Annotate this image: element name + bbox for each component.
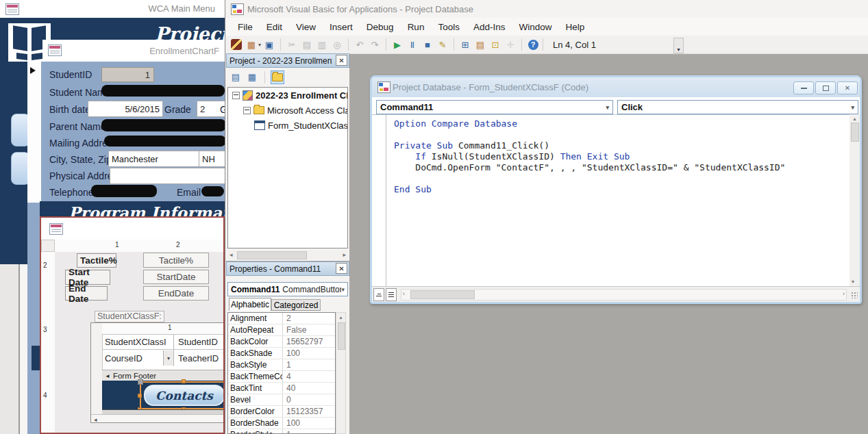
redo-icon[interactable]: ↷ [368, 38, 382, 51]
scrollbar-thumb[interactable] [338, 322, 345, 350]
property-row-alignment[interactable]: Alignment2 [228, 313, 335, 324]
courseid-dropdown-icon[interactable]: ▾ [163, 350, 173, 366]
redacted-parent-name[interactable] [101, 119, 225, 131]
redacted-mailing-address[interactable] [104, 136, 225, 146]
property-row-bordershade[interactable]: BorderShade100 [228, 418, 335, 429]
toolbox-icon[interactable]: ✛ [504, 38, 517, 51]
redacted-telephone[interactable] [91, 185, 157, 197]
property-row-autorepeat[interactable]: AutoRepeatFalse [228, 324, 335, 336]
menu-file[interactable]: File [231, 22, 260, 32]
scrollbar-thumb[interactable] [851, 123, 859, 142]
menu-edit[interactable]: Edit [260, 22, 289, 32]
start-date-textbox[interactable]: StartDate [143, 270, 209, 284]
code-window-titlebar[interactable]: Project Database - Form_StudentXClassF (… [372, 77, 860, 97]
menu-window[interactable]: Window [512, 22, 558, 32]
scroll-up-icon[interactable]: ▴ [850, 116, 860, 122]
tree-item-form-studentxclassf[interactable]: Form_StudentXClassF [228, 118, 347, 133]
full-module-view-icon[interactable] [386, 288, 397, 301]
city-value[interactable]: Manchester [108, 151, 200, 167]
vba-titlebar[interactable]: Microsoft Visual Basic for Applications … [225, 0, 868, 18]
property-value[interactable]: 1 [283, 430, 335, 434]
tree-item-microsoft-access-class-objects[interactable]: Microsoft Access Class Objects [228, 103, 347, 118]
view-code-icon[interactable]: ▤ [229, 71, 243, 84]
studentid-value[interactable]: 1 [101, 67, 154, 82]
object-selector-combo[interactable]: Command11 CommandButton ▾ [227, 282, 348, 296]
scroll-up-icon[interactable]: ▴ [336, 314, 345, 320]
properties-window-icon[interactable]: ▤ [473, 38, 487, 51]
property-value[interactable]: 1 [283, 360, 335, 370]
procedure-view-icon[interactable] [373, 288, 384, 301]
tactile-label[interactable]: Tactile% [77, 253, 116, 268]
subform-horizontal-scrollbar[interactable]: ◂ [91, 414, 225, 423]
end-date-label[interactable]: End Date [65, 286, 108, 301]
scroll-right-icon[interactable]: ▸ [343, 251, 346, 258]
toolbar-overflow-button[interactable]: ▾ [673, 38, 684, 53]
properties-scrollbar[interactable]: ▴ [336, 312, 346, 434]
property-row-backstyle[interactable]: BackStyle1 [228, 359, 335, 371]
tree-item-2022-23-enrollment-chart[interactable]: 2022-23 Enrollment Chart [228, 88, 347, 103]
event-combo[interactable]: Click ▾ [617, 100, 858, 114]
move-handle[interactable] [138, 379, 143, 385]
collapse-icon[interactable] [243, 107, 251, 114]
scroll-right-icon[interactable]: › [843, 290, 845, 297]
birth-date-value[interactable]: 5/6/2015 [88, 101, 163, 117]
run-icon[interactable]: ▶ [390, 38, 404, 51]
code-horizontal-scrollbar[interactable]: ‹ › [401, 289, 847, 301]
tab-categorized[interactable]: Categorized [271, 299, 321, 311]
contacts-button[interactable]: Contacts [144, 385, 225, 406]
property-row-backcolor[interactable]: BackColor15652797 [228, 336, 335, 348]
project-explorer-icon[interactable]: ⊞ [458, 38, 472, 51]
resize-grip[interactable] [851, 292, 858, 298]
design-mode-icon[interactable]: ✎ [436, 38, 449, 51]
insert-object-icon[interactable]: ▦ [245, 38, 258, 51]
property-value[interactable]: 15123357 [283, 407, 335, 416]
property-row-backthemecolorindex[interactable]: BackThemeColorIndex4 [228, 371, 335, 383]
project-panel-titlebar[interactable]: Project - 2022-23 Enrollment Chart [226, 53, 349, 68]
view-object-icon[interactable]: ▦ [245, 71, 259, 84]
studentxclassid-cell[interactable]: StudentXClassI [102, 334, 174, 349]
menu-tools[interactable]: Tools [431, 22, 467, 32]
physical-address-value[interactable] [110, 168, 225, 184]
scrollbar-thumb[interactable] [410, 290, 475, 299]
courseid-cell[interactable]: CourseID ▾ [102, 350, 174, 366]
chevron-down-icon[interactable]: ▾ [258, 42, 261, 48]
property-value[interactable]: False [283, 325, 335, 335]
menu-view[interactable]: View [289, 22, 323, 32]
property-value[interactable]: 40 [283, 383, 335, 393]
break-icon[interactable]: Ⅱ [406, 38, 419, 51]
view-access-icon[interactable] [230, 38, 243, 51]
scroll-left-icon[interactable]: ◂ [230, 251, 233, 258]
close-icon[interactable]: ✕ [336, 55, 347, 66]
redacted-email[interactable] [201, 186, 224, 196]
cut-icon[interactable]: ✂ [285, 38, 299, 51]
scroll-down-icon[interactable]: ▾ [852, 279, 854, 285]
minimize-button[interactable] [793, 81, 814, 94]
tab-alphabetic[interactable]: Alphabetic [229, 298, 271, 311]
scroll-left-icon[interactable]: ◂ [94, 416, 97, 423]
teacherid-cell[interactable]: TeacherID [174, 350, 225, 366]
menu-debug[interactable]: Debug [360, 22, 401, 32]
property-value[interactable]: 100 [283, 418, 335, 428]
menu-addins[interactable]: Add-Ins [467, 22, 512, 32]
property-value[interactable]: 100 [283, 348, 335, 358]
toggle-folders-icon[interactable] [271, 71, 284, 84]
property-value[interactable]: 0 [283, 395, 335, 405]
resize-handle[interactable] [138, 394, 142, 398]
property-row-borderstyle[interactable]: BorderStyle1 [228, 429, 335, 434]
close-button[interactable]: ✕ [837, 81, 858, 94]
resize-handle[interactable] [182, 379, 186, 383]
reset-icon[interactable]: ■ [421, 38, 434, 51]
menu-run[interactable]: Run [401, 22, 432, 32]
property-row-backtint[interactable]: BackTint40 [228, 383, 335, 394]
state-value[interactable]: NH [199, 151, 225, 167]
restore-button[interactable] [815, 81, 836, 94]
code-editor[interactable]: Option Compare Database Private Sub Comm… [372, 114, 850, 287]
property-value[interactable]: 2 [283, 314, 335, 323]
studentid-cell[interactable]: StudentID [174, 334, 225, 349]
redacted-student-name[interactable] [101, 85, 225, 97]
help-icon[interactable]: ? [526, 38, 540, 51]
property-row-bevel[interactable]: Bevel0 [228, 394, 335, 406]
object-combo[interactable]: Command11 ▾ [376, 100, 613, 114]
copy-icon[interactable]: ▤ [300, 38, 314, 51]
property-row-backshade[interactable]: BackShade100 [228, 348, 335, 359]
